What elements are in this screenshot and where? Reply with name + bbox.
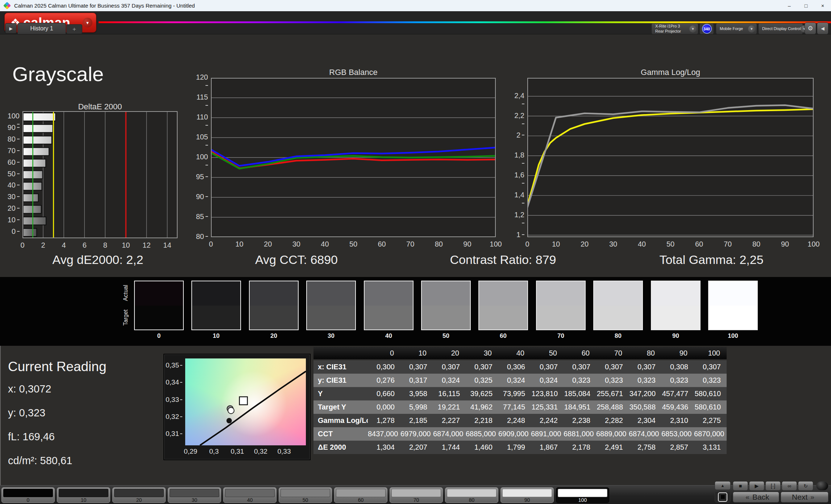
meter-dropdown[interactable]: X-Rite i1Pro 3Rear Projector ▼ bbox=[651, 23, 698, 34]
source-dropdown[interactable]: Mobile Forge ▼ bbox=[716, 23, 757, 34]
back-button[interactable]: « Back bbox=[733, 492, 779, 503]
deltae-ytick: 80 bbox=[7, 135, 20, 143]
table-cell: 6885,000 bbox=[466, 427, 498, 441]
deltae-2000-chart: DeltaE 2000 1009080706050403020100024681… bbox=[7, 101, 181, 252]
patch-button-90[interactable]: 90 bbox=[500, 487, 554, 503]
maximize-button[interactable]: □ bbox=[798, 0, 814, 11]
table-cell: 0,307 bbox=[531, 360, 564, 374]
gamma-ytick: 2,2 bbox=[512, 112, 524, 128]
patch-button-60[interactable]: 60 bbox=[334, 487, 387, 503]
title-bar: Calman 2025 Calman Ultimate for Business… bbox=[0, 0, 831, 11]
collapse-panel-button[interactable]: ◀ bbox=[817, 22, 828, 34]
swatch-level-label: 100 bbox=[707, 332, 759, 340]
patch-button-40[interactable]: 40 bbox=[223, 487, 277, 503]
patch-button-80[interactable]: 80 bbox=[445, 487, 498, 503]
patch-button-100[interactable]: 100 bbox=[556, 487, 609, 503]
table-cell: 3,958 bbox=[400, 387, 433, 400]
patch-button-70[interactable]: 70 bbox=[390, 487, 443, 503]
minimize-button[interactable]: – bbox=[781, 0, 798, 11]
swatch-actual-half bbox=[365, 281, 413, 306]
table-cell: 1,278 bbox=[368, 414, 400, 427]
patch-swatch bbox=[336, 489, 386, 497]
gamma-ytick: 1,8 bbox=[512, 151, 524, 168]
patch-button-20[interactable]: 20 bbox=[112, 487, 166, 503]
patch-size-up-button[interactable]: ▲ bbox=[715, 481, 731, 490]
gamma-xtick: 0 bbox=[517, 240, 537, 248]
current-reading-cdm2: cd/m²: 580,61 bbox=[8, 455, 72, 467]
add-tab-button[interactable]: + bbox=[66, 24, 82, 34]
refresh-button[interactable]: ↻ bbox=[798, 481, 813, 491]
table-cell: 16,115 bbox=[433, 387, 466, 400]
current-reading-fl: fL: 169,46 bbox=[8, 431, 55, 443]
table-cell: 0,307 bbox=[629, 360, 661, 374]
chevron-left-icon: ◀ bbox=[821, 26, 824, 31]
rgb-ytick: 80 bbox=[196, 232, 208, 241]
patch-button-10[interactable]: 10 bbox=[57, 487, 110, 503]
workflow-expander-button[interactable]: ▶ bbox=[5, 23, 17, 34]
swatch-actual-half bbox=[192, 281, 240, 306]
patch-button-0[interactable]: 0 bbox=[1, 487, 55, 503]
table-cell: 8437,000 bbox=[368, 427, 400, 441]
stop-button[interactable]: ■ bbox=[733, 481, 748, 491]
table-cell: 0,323 bbox=[564, 374, 596, 387]
swatch-target-half bbox=[250, 306, 298, 330]
swatch-level-label: 60 bbox=[478, 332, 529, 340]
swatch-target-half bbox=[652, 306, 700, 330]
grayscale-swatch bbox=[306, 281, 356, 330]
app-header: ❖ calman ▼ ▶ History 1 + X-Rite i1Pro 3R… bbox=[0, 11, 831, 34]
triangle-up-icon: ▲ bbox=[721, 483, 725, 488]
table-cell: 2,282 bbox=[596, 414, 629, 427]
rgb-ytick: 120 bbox=[196, 73, 208, 90]
patch-window-button[interactable] bbox=[715, 491, 731, 503]
table-cell: 350,588 bbox=[629, 400, 661, 414]
stop-icon: ■ bbox=[739, 483, 742, 489]
table-row-label: y: CIE31 bbox=[313, 374, 368, 387]
rgb-ytick: 100 bbox=[196, 153, 208, 169]
table-cell: 2,304 bbox=[629, 414, 661, 427]
table-row-label: CCT bbox=[313, 427, 368, 441]
grayscale-swatch bbox=[708, 281, 758, 330]
close-button[interactable]: × bbox=[814, 0, 831, 11]
patch-swatch bbox=[281, 489, 330, 497]
meter-badge[interactable]: 340 bbox=[699, 23, 714, 34]
table-cell: 1,460 bbox=[466, 441, 498, 454]
measure-window-button[interactable]: [·] bbox=[765, 481, 781, 491]
continuous-button[interactable]: ∞ bbox=[782, 481, 797, 491]
tab-history-1[interactable]: History 1 bbox=[17, 23, 66, 34]
deltae-xtick: 12 bbox=[136, 241, 157, 249]
deltae-xtick: 2 bbox=[33, 241, 53, 249]
patch-bar: 0102030405060708090100 ▲ ■▶[·]∞↻ « Back … bbox=[0, 485, 831, 504]
swatch-level-label: 0 bbox=[133, 332, 184, 340]
gamma-xtick: 80 bbox=[746, 240, 766, 248]
chevron-down-icon: ▼ bbox=[689, 25, 697, 33]
display-control-dropdown[interactable]: Direct Display Control ▼ bbox=[758, 23, 803, 34]
table-cell: 0,307 bbox=[596, 360, 629, 374]
deltae-ytick: 60 bbox=[7, 158, 20, 167]
next-button[interactable]: Next » bbox=[781, 492, 828, 503]
patch-button-30[interactable]: 30 bbox=[168, 487, 221, 503]
gamma-xtick: 100 bbox=[803, 240, 824, 248]
gamma-xtick: 60 bbox=[689, 240, 709, 248]
grayscale-swatch bbox=[651, 281, 701, 330]
status-orb[interactable] bbox=[816, 481, 828, 491]
patch-button-50[interactable]: 50 bbox=[279, 487, 332, 503]
patch-label: 50 bbox=[279, 497, 332, 503]
cie-plot-overlay bbox=[185, 358, 306, 445]
swatch-target-half bbox=[307, 306, 355, 330]
table-cell: 6891,000 bbox=[531, 427, 564, 441]
patch-label: 20 bbox=[113, 497, 165, 503]
deltae-ytick: 50 bbox=[7, 170, 20, 178]
cie-xtick: 0,32 bbox=[250, 448, 271, 455]
table-cell: 184,951 bbox=[564, 400, 596, 414]
cie-xtick: 0,31 bbox=[227, 448, 248, 455]
table-cell: 19,221 bbox=[433, 400, 466, 414]
chevron-down-icon[interactable]: ▼ bbox=[83, 18, 92, 28]
patch-swatch bbox=[447, 489, 496, 497]
play-button[interactable]: ▶ bbox=[749, 481, 764, 491]
rgb-xtick: 40 bbox=[315, 240, 335, 248]
settings-button[interactable]: ⚙ bbox=[805, 22, 816, 34]
table-cell: 6874,000 bbox=[433, 427, 466, 441]
table-cell: 1,799 bbox=[498, 441, 531, 454]
swatch-actual-half bbox=[594, 281, 642, 306]
table-cell: 1,744 bbox=[433, 441, 466, 454]
